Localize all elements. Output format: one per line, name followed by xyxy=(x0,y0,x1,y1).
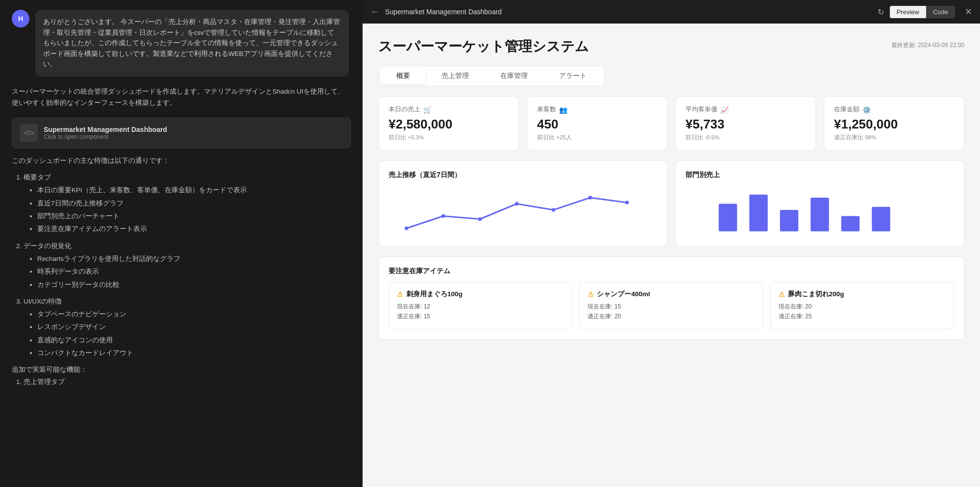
dept-sales-title: 部門別売上 xyxy=(686,171,954,179)
dashboard: スーパーマーケット管理システム 最終更新: 2024-03-09 22:00 概… xyxy=(363,24,980,487)
code-button[interactable]: Code xyxy=(926,6,955,18)
trend-icon: 📈 xyxy=(720,106,729,114)
optimal-val-2: 25 xyxy=(805,313,811,320)
kpi-card-inventory: 在庫金額 ⚙️ ¥1,250,000 適正在庫比 98% xyxy=(824,96,964,151)
sales-chart-svg xyxy=(389,185,657,234)
kpi-inventory-change: 適正在庫比 98% xyxy=(834,134,954,141)
feature-item: 直近7日間の売上推移グラフ xyxy=(37,198,351,209)
sales-trend-chart: 売上推移（直近7日間） xyxy=(378,160,667,247)
feature-item: 部門別売上のバーチャート xyxy=(37,210,351,222)
feature-item: コンパクトなカードレイアウト xyxy=(37,347,351,359)
cart-icon: 🛒 xyxy=(423,106,432,114)
current-label-0: 現在在庫: xyxy=(397,303,422,310)
component-subtitle: Click to open component xyxy=(44,133,167,140)
tab-alerts[interactable]: アラート xyxy=(543,68,602,84)
alert-item-1: ⚠ シャンプー400ml 現在在庫: 15 適正在庫: 20 xyxy=(579,282,763,330)
kpi-inventory-label: 在庫金額 xyxy=(834,105,859,114)
feature-item: 本日の重要KPI（売上、来客数、客単価、在庫金額）をカードで表示 xyxy=(37,184,351,196)
kpi-avg-value: ¥5,733 xyxy=(686,117,806,132)
topbar-title: Supermarket Management Dashboard xyxy=(385,8,872,16)
alert-item-2: ⚠ 豚肉こま切れ200g 現在在庫: 20 適正在庫: 25 xyxy=(770,282,954,330)
tab-sales[interactable]: 売上管理 xyxy=(426,68,485,84)
optimal-label-0: 適正在庫: xyxy=(397,313,422,320)
svg-point-1 xyxy=(441,214,445,218)
tab-inventory[interactable]: 在庫管理 xyxy=(485,68,543,84)
back-button[interactable]: ← xyxy=(370,7,379,17)
feature-item: タブベースのナビゲーション xyxy=(37,308,351,320)
dashboard-updated: 最終更新: 2024-03-09 22:00 xyxy=(891,41,964,50)
kpi-sales-change: 前日比 +5.3% xyxy=(389,134,509,141)
svg-rect-9 xyxy=(780,210,799,231)
additional-item: 売上管理タブ xyxy=(24,376,351,388)
kpi-card-visitors: 来客数 👥 450 前日比 +25人 xyxy=(527,96,667,151)
warning-icon-0: ⚠ xyxy=(397,290,403,298)
component-title: Supermarket Management Dashboard xyxy=(44,126,167,133)
svg-point-0 xyxy=(405,227,409,231)
dashboard-title: スーパーマーケット管理システム xyxy=(378,37,589,56)
optimal-val-0: 15 xyxy=(424,313,430,320)
kpi-sales-label: 本日の売上 xyxy=(389,105,420,114)
message-bubble: ありがとうございます。 今スーパーの「売上分析・商品マスタ・在庫管理・発注管理・… xyxy=(35,10,349,77)
warning-icon-2: ⚠ xyxy=(779,290,785,298)
people-icon: 👥 xyxy=(559,106,567,114)
kpi-avg-label: 平均客単価 xyxy=(686,105,717,114)
optimal-label-2: 適正在庫: xyxy=(779,313,804,320)
kpi-grid: 本日の売上 🛒 ¥2,580,000 前日比 +5.3% 来客数 👥 450 前… xyxy=(378,96,964,151)
top-bar: ← Supermarket Management Dashboard ↻ Pre… xyxy=(363,0,980,24)
svg-point-5 xyxy=(588,196,592,200)
preview-code-group: Preview Code xyxy=(890,6,955,18)
charts-row: 売上推移（直近7日間） 部門別売上 xyxy=(378,160,964,247)
feature-item: 要注意在庫アイテムのアラート表示 xyxy=(37,223,351,235)
feature-section-2-title: データの視覚化 xyxy=(24,240,351,252)
kpi-visitors-change: 前日比 +25人 xyxy=(537,134,657,141)
optimal-label-1: 適正在庫: xyxy=(588,313,612,320)
tab-overview[interactable]: 概要 xyxy=(381,68,426,84)
additional-text: 追加で実装可能な機能： xyxy=(12,364,351,376)
optimal-val-1: 20 xyxy=(614,313,621,320)
tab-bar: 概要 売上管理 在庫管理 アラート xyxy=(378,66,605,86)
component-card[interactable]: </> Supermarket Management Dashboard Cli… xyxy=(12,118,351,148)
svg-point-6 xyxy=(625,201,629,205)
kpi-avg-change: 前日比 -0.5% xyxy=(686,134,806,141)
feature-list: このダッシュボードの主な特徴は以下の通りです： 概要タブ 本日の重要KPI（売上… xyxy=(12,155,351,388)
assistant-intro: スーパーマーケットの統合管理ダッシュボードを作成します。マテリアルデザインとSh… xyxy=(12,86,351,109)
svg-rect-11 xyxy=(841,216,860,231)
kpi-sales-value: ¥2,580,000 xyxy=(389,117,509,132)
user-message: H ありがとうございます。 今スーパーの「売上分析・商品マスタ・在庫管理・発注管… xyxy=(12,10,351,77)
dashboard-header: スーパーマーケット管理システム 最終更新: 2024-03-09 22:00 xyxy=(378,37,964,56)
kpi-visitors-label: 来客数 xyxy=(537,105,556,114)
svg-rect-10 xyxy=(810,198,829,231)
alert-title: 要注意在庫アイテム xyxy=(389,267,954,276)
gear-icon: ⚙️ xyxy=(862,106,871,114)
left-panel: H ありがとうございます。 今スーパーの「売上分析・商品マスタ・在庫管理・発注管… xyxy=(0,0,363,487)
component-icon: </> xyxy=(20,124,38,142)
dept-chart-svg xyxy=(686,185,954,234)
kpi-inventory-value: ¥1,250,000 xyxy=(834,117,954,132)
preview-button[interactable]: Preview xyxy=(890,6,926,18)
feature-item: Rechartsライブラリを使用した対話的なグラフ xyxy=(37,253,351,265)
feature-item: カテゴリー別データの比較 xyxy=(37,279,351,291)
warning-icon-1: ⚠ xyxy=(588,290,594,298)
svg-point-4 xyxy=(552,208,556,212)
current-val-1: 15 xyxy=(614,303,621,310)
features-intro: このダッシュボードの主な特徴は以下の通りです： xyxy=(12,155,351,167)
svg-rect-8 xyxy=(749,195,768,231)
close-button[interactable]: ✕ xyxy=(965,6,972,17)
feature-item: レスポンシブデザイン xyxy=(37,321,351,333)
kpi-card-sales: 本日の売上 🛒 ¥2,580,000 前日比 +5.3% xyxy=(378,96,519,151)
avatar: H xyxy=(12,10,29,27)
alert-item-0: ⚠ 刺身用まぐろ100g 現在在庫: 12 適正在庫: 15 xyxy=(389,282,572,330)
svg-rect-12 xyxy=(872,207,890,231)
feature-section-3-title: UI/UXの特徴 xyxy=(24,296,351,308)
feature-section-1-title: 概要タブ xyxy=(24,172,351,183)
svg-point-3 xyxy=(515,202,519,206)
current-label-1: 現在在庫: xyxy=(588,303,612,310)
refresh-button[interactable]: ↻ xyxy=(878,7,884,17)
alert-section: 要注意在庫アイテム ⚠ 刺身用まぐろ100g 現在在庫: 12 適正在庫: 15 xyxy=(378,256,964,340)
current-label-2: 現在在庫: xyxy=(779,303,804,310)
svg-point-2 xyxy=(478,217,482,221)
sales-trend-title: 売上推移（直近7日間） xyxy=(389,171,657,179)
alert-grid: ⚠ 刺身用まぐろ100g 現在在庫: 12 適正在庫: 15 ⚠ xyxy=(389,282,954,330)
dept-sales-chart: 部門別売上 xyxy=(675,160,964,247)
alert-item-1-name: シャンプー400ml xyxy=(597,290,650,299)
